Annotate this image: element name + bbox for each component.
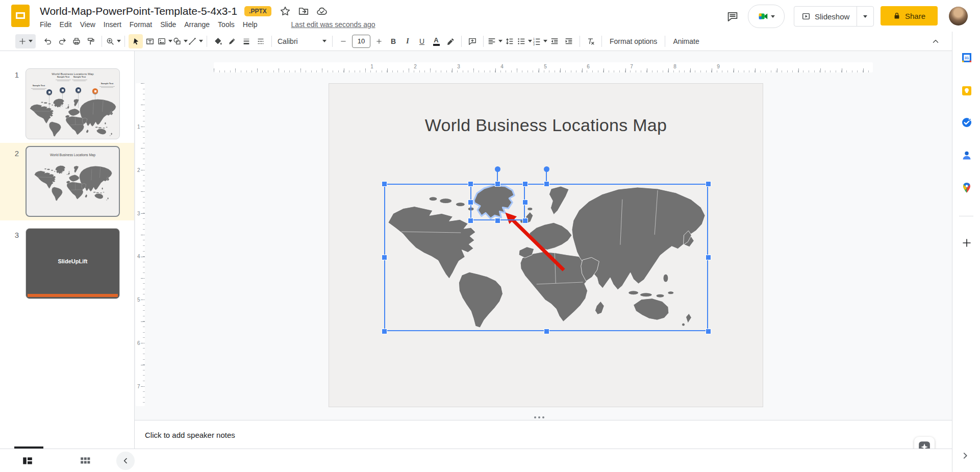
border-dash-button[interactable]: [254, 34, 268, 48]
font-size-value: 10: [358, 37, 365, 45]
keep-button[interactable]: [957, 81, 977, 101]
selection-handle[interactable]: [522, 200, 528, 205]
bulleted-list-icon: [517, 37, 526, 46]
redo-icon: [58, 37, 67, 46]
star-icon[interactable]: [280, 6, 291, 17]
show-side-panel-button[interactable]: [961, 451, 970, 462]
meet-button[interactable]: [748, 5, 785, 28]
selection-handle[interactable]: [495, 181, 500, 187]
ruler-number: 5: [544, 64, 547, 69]
insert-comment-button[interactable]: [465, 34, 480, 48]
menu-edit[interactable]: Edit: [56, 20, 76, 29]
maps-button[interactable]: [957, 178, 977, 198]
move-to-folder-icon[interactable]: [298, 6, 309, 17]
menu-help[interactable]: Help: [239, 20, 262, 29]
font-size-input[interactable]: 10: [352, 35, 370, 48]
google-tasks-icon: [961, 116, 973, 129]
thumb1-sample-label: Sample Text: [28, 84, 49, 87]
selection-handle[interactable]: [468, 200, 473, 205]
slides-logo-icon[interactable]: [11, 5, 30, 27]
active-view-indicator: [14, 446, 43, 449]
selection-bounding-box[interactable]: [384, 184, 708, 331]
bold-button[interactable]: B: [386, 34, 400, 48]
slide-thumbnail-3[interactable]: SlideUpLift: [26, 228, 120, 299]
filmstrip-view-button[interactable]: [22, 455, 33, 468]
menu-insert[interactable]: Insert: [99, 20, 125, 29]
contacts-button[interactable]: [957, 145, 977, 166]
text-box-button[interactable]: [143, 34, 157, 48]
border-color-button[interactable]: [225, 34, 239, 48]
insert-line-button[interactable]: [188, 34, 203, 48]
speaker-notes-placeholder[interactable]: Click to add speaker notes: [145, 431, 235, 439]
menu-tools[interactable]: Tools: [214, 20, 239, 29]
selection-handle[interactable]: [706, 329, 711, 334]
align-button[interactable]: [487, 34, 502, 48]
zoom-button[interactable]: [106, 34, 121, 48]
format-options-button[interactable]: Format options: [606, 34, 661, 48]
italic-button[interactable]: I: [400, 34, 415, 48]
slide-editor[interactable]: World Business Locations Map: [329, 83, 763, 407]
notes-resize-handle[interactable]: [534, 416, 536, 418]
menu-view[interactable]: View: [76, 20, 99, 29]
grid-view-button[interactable]: [80, 455, 91, 468]
tasks-button[interactable]: [957, 112, 977, 133]
fill-color-button[interactable]: [211, 34, 225, 48]
select-tool-button[interactable]: [129, 34, 143, 48]
numbered-list-button[interactable]: 123: [532, 34, 547, 48]
hide-menus-button[interactable]: [928, 34, 943, 48]
account-avatar[interactable]: [949, 7, 968, 26]
print-button[interactable]: [69, 34, 84, 48]
undo-button[interactable]: [41, 34, 55, 48]
calendar-button[interactable]: 31: [957, 47, 977, 68]
decrease-indent-button[interactable]: [547, 34, 562, 48]
selection-handle[interactable]: [544, 329, 549, 334]
border-weight-button[interactable]: [239, 34, 254, 48]
get-addons-button[interactable]: [957, 233, 977, 253]
insert-image-button[interactable]: [157, 34, 172, 48]
increase-indent-button[interactable]: [562, 34, 576, 48]
animate-button[interactable]: Animate: [669, 34, 703, 48]
slide-thumbnail-1[interactable]: World Business Locations Map Sample Text…: [26, 68, 120, 139]
selection-handle[interactable]: [522, 181, 528, 187]
slideshow-button[interactable]: Slideshow: [794, 7, 857, 26]
rotate-handle[interactable]: [544, 166, 549, 172]
font-size-decrease-button[interactable]: [336, 34, 350, 48]
slideshow-dropdown[interactable]: [857, 7, 873, 26]
new-slide-button[interactable]: [15, 34, 36, 48]
collapse-filmstrip-button[interactable]: [116, 452, 135, 470]
font-family-select[interactable]: Calibri: [275, 34, 329, 48]
menu-slide[interactable]: Slide: [156, 20, 180, 29]
selection-handle[interactable]: [382, 255, 387, 260]
cloud-saved-icon[interactable]: [316, 6, 328, 17]
selection-handle[interactable]: [382, 329, 387, 334]
selection-handle[interactable]: [522, 218, 528, 223]
menu-format[interactable]: Format: [125, 20, 156, 29]
slide-title-text[interactable]: World Business Locations Map: [329, 115, 763, 135]
comment-history-icon[interactable]: [726, 10, 739, 22]
menu-file[interactable]: File: [36, 20, 56, 29]
font-size-increase-button[interactable]: [372, 34, 386, 48]
bulleted-list-button[interactable]: [517, 34, 532, 48]
share-button[interactable]: Share: [881, 6, 938, 26]
line-spacing-button[interactable]: [502, 34, 517, 48]
paint-format-button[interactable]: [84, 34, 98, 48]
selection-handle[interactable]: [706, 181, 711, 187]
greenland-selection-box[interactable]: [470, 184, 525, 220]
underline-button[interactable]: U: [415, 34, 429, 48]
slide-thumbnail-2-selected[interactable]: World Business Locations Map: [26, 146, 120, 217]
doc-title[interactable]: World-Map-PowerPoint-Template-5-4x3-1: [40, 5, 237, 17]
text-color-button[interactable]: A: [429, 34, 443, 48]
insert-shape-button[interactable]: [172, 34, 188, 48]
menu-arrange[interactable]: Arrange: [180, 20, 214, 29]
clear-formatting-button[interactable]: [584, 34, 598, 48]
selection-handle[interactable]: [382, 181, 387, 187]
redo-button[interactable]: [55, 34, 69, 48]
last-edit-link[interactable]: Last edit was seconds ago: [287, 20, 380, 29]
selection-handle[interactable]: [495, 218, 500, 223]
selection-handle[interactable]: [544, 181, 549, 187]
rotate-handle[interactable]: [495, 166, 500, 172]
selection-handle[interactable]: [468, 181, 473, 187]
selection-handle[interactable]: [706, 255, 711, 260]
selection-handle[interactable]: [468, 218, 473, 223]
highlight-color-button[interactable]: [443, 34, 458, 48]
